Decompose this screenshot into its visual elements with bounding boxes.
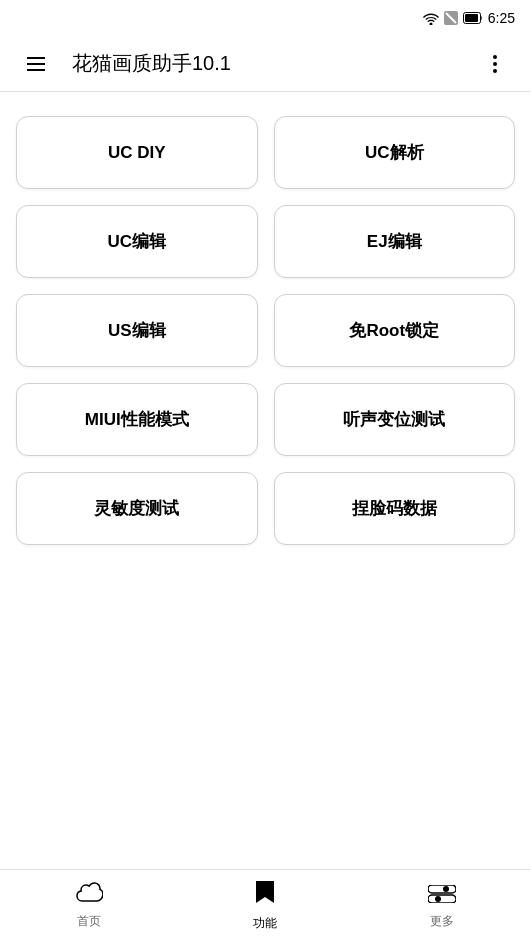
nav-item-function[interactable]: 功能 [229,871,301,940]
button-ej-edit[interactable]: EJ编辑 [274,205,516,278]
bottom-nav: 首页功能更多 [0,869,531,941]
nav-item-more[interactable]: 更多 [404,873,480,938]
nav-item-home[interactable]: 首页 [51,873,127,938]
menu-button[interactable] [16,44,56,84]
svg-point-10 [493,69,497,73]
svg-rect-6 [27,63,45,65]
nav-icon-function [254,879,276,911]
more-button[interactable] [475,44,515,84]
svg-point-8 [493,55,497,59]
svg-point-0 [429,22,432,25]
nav-label-function: 功能 [253,915,277,932]
button-audio-test[interactable]: 听声变位测试 [274,383,516,456]
button-sensitivity-test[interactable]: 灵敏度测试 [16,472,258,545]
button-grid: UC DIYUC解析UC编辑EJ编辑US编辑免Root锁定MIUI性能模式听声变… [16,116,515,545]
nav-label-home: 首页 [77,913,101,930]
status-time: 6:25 [488,10,515,26]
wifi-icon [423,12,439,25]
button-free-root-lock[interactable]: 免Root锁定 [274,294,516,367]
signal-icon [444,11,458,25]
svg-rect-5 [27,57,45,59]
battery-icon [463,12,483,24]
svg-point-12 [443,886,449,892]
status-icons: 6:25 [423,10,515,26]
button-miui-perf[interactable]: MIUI性能模式 [16,383,258,456]
nav-icon-home [75,881,103,909]
svg-point-9 [493,62,497,66]
button-us-edit[interactable]: US编辑 [16,294,258,367]
nav-label-more: 更多 [430,913,454,930]
main-content: UC DIYUC解析UC编辑EJ编辑US编辑免Root锁定MIUI性能模式听声变… [0,92,531,869]
svg-point-14 [435,896,441,902]
button-uc-diy[interactable]: UC DIY [16,116,258,189]
svg-rect-11 [428,885,456,893]
svg-rect-13 [428,895,456,903]
button-face-data[interactable]: 捏脸码数据 [274,472,516,545]
svg-rect-7 [27,69,45,71]
app-bar: 花猫画质助手10.1 [0,36,531,92]
app-title: 花猫画质助手10.1 [72,50,459,77]
svg-rect-4 [465,14,478,22]
nav-icon-more [428,881,456,909]
status-bar: 6:25 [0,0,531,36]
button-uc-edit[interactable]: UC编辑 [16,205,258,278]
button-uc-parse[interactable]: UC解析 [274,116,516,189]
